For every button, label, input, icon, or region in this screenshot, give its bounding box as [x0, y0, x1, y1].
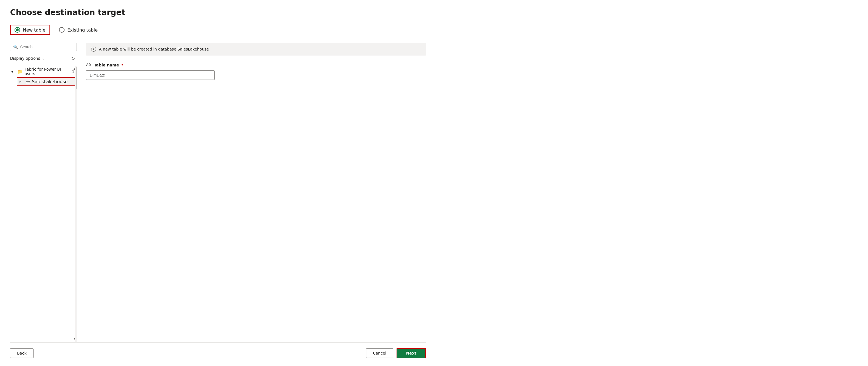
search-box[interactable]: 🔍: [10, 43, 77, 51]
info-message: A new table will be created in database …: [99, 47, 209, 52]
tree-child-area: ► 🗃 SalesLakehouse: [10, 77, 77, 86]
left-panel: 🔍 Display options ⌄ ↻ ▼ 📁 Fabric for Pow…: [10, 43, 77, 342]
next-button[interactable]: Next: [397, 348, 426, 358]
abc-icon: Aǒ: [86, 62, 92, 68]
chevron-down-icon: ⌄: [42, 56, 45, 60]
back-button[interactable]: Back: [10, 348, 34, 358]
footer-right: Cancel Next: [366, 348, 426, 358]
display-options-label: Display options: [10, 56, 40, 61]
tree-folder-item[interactable]: ▼ 📁 Fabric for Power BI users [1]: [10, 66, 77, 77]
search-input[interactable]: [20, 45, 74, 49]
radio-existing-table[interactable]: Existing table: [59, 27, 98, 33]
radio-circle-existing-table: [59, 27, 65, 33]
table-name-label-row: Aǒ Table name *: [86, 62, 426, 68]
cancel-button[interactable]: Cancel: [366, 348, 393, 358]
required-star: *: [121, 63, 123, 67]
svg-text:Aǒ: Aǒ: [86, 63, 91, 67]
scrollbar-thumb: [76, 67, 77, 89]
right-panel: i A new table will be created in databas…: [77, 43, 426, 342]
info-icon: i: [91, 46, 96, 52]
page-title: Choose destination target: [10, 8, 426, 17]
radio-group: New table Existing table: [10, 25, 426, 35]
lakehouse-icon: 🗃: [26, 79, 30, 84]
radio-label-existing-table: Existing table: [67, 27, 98, 33]
display-options-row: Display options ⌄ ↻: [10, 55, 77, 62]
tree-arrow-icon: ▼: [11, 70, 16, 73]
radio-new-table[interactable]: New table: [10, 25, 50, 35]
tree-lakehouse-label: SalesLakehouse: [32, 79, 68, 84]
table-name-label: Table name: [94, 63, 119, 67]
radio-circle-new-table: [14, 27, 20, 33]
tree-lakehouse-item[interactable]: ► 🗃 SalesLakehouse: [17, 77, 77, 86]
table-name-input[interactable]: [86, 70, 215, 80]
display-options-button[interactable]: Display options ⌄: [10, 56, 45, 61]
search-icon: 🔍: [13, 45, 18, 49]
radio-label-new-table: New table: [23, 27, 45, 33]
main-content: 🔍 Display options ⌄ ↻ ▼ 📁 Fabric for Pow…: [10, 43, 426, 342]
refresh-button[interactable]: ↻: [69, 55, 77, 62]
info-bar: i A new table will be created in databas…: [86, 43, 426, 56]
tree-area: ▼ 📁 Fabric for Power BI users [1] ► 🗃 Sa…: [10, 66, 77, 342]
scrollbar-track: [75, 66, 77, 342]
tree-folder-label: Fabric for Power BI users: [25, 67, 69, 76]
footer: Back Cancel Next: [10, 342, 426, 358]
tree-lakehouse-arrow: ►: [20, 80, 24, 83]
folder-icon: 📁: [17, 69, 23, 74]
